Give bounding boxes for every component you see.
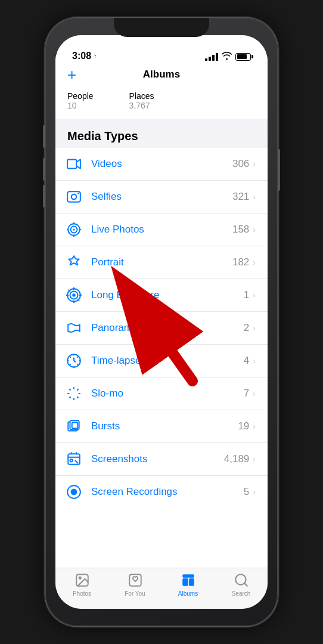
add-album-button[interactable]: + — [67, 67, 76, 82]
status-bar: 3:08 ↑ — [55, 35, 268, 65]
svg-line-55 — [244, 583, 247, 586]
item-count: 4,189 — [224, 453, 250, 465]
phone-screen: 3:08 ↑ — [55, 35, 268, 609]
svg-rect-50 — [129, 574, 141, 586]
places-count: 3,767 — [129, 101, 154, 110]
tab-search[interactable]: Search — [215, 572, 268, 597]
status-icons — [205, 52, 251, 61]
media-type-item-time-lapse[interactable]: Time-lapse 4 › — [55, 345, 268, 377]
foryou-tab-label: For You — [125, 590, 145, 597]
media-type-item-slo-mo[interactable]: Slo-mo 7 › — [55, 377, 268, 410]
item-label: Panoramas — [91, 322, 244, 334]
live-icon — [65, 221, 83, 239]
status-time: 3:08 ↑ — [72, 51, 97, 61]
svg-point-45 — [70, 459, 73, 462]
timelapse-icon — [65, 352, 83, 370]
item-count: 306 — [232, 158, 249, 170]
screenrecording-icon — [65, 483, 83, 501]
svg-point-6 — [73, 228, 74, 230]
photos-tab-label: Photos — [73, 590, 91, 597]
chevron-icon: › — [253, 487, 256, 497]
svg-line-40 — [69, 397, 70, 398]
item-count: 4 — [244, 355, 249, 367]
media-type-item-bursts[interactable]: Bursts 19 › — [55, 410, 268, 443]
item-label: Selfies — [91, 191, 232, 203]
svg-point-2 — [72, 194, 77, 200]
chevron-icon: › — [253, 290, 256, 300]
svg-rect-53 — [182, 574, 194, 577]
item-count: 182 — [232, 256, 249, 268]
wifi-icon — [222, 52, 232, 61]
media-types-list: Videos 306 › Selfies 321 › Live Photos 1… — [55, 148, 268, 568]
section-header: Media Types — [55, 119, 268, 148]
albums-tab-icon — [180, 572, 197, 589]
people-item[interactable]: People 10 — [67, 91, 94, 110]
svg-point-49 — [79, 577, 80, 579]
burst-icon — [65, 417, 83, 435]
people-count: 10 — [67, 101, 94, 110]
portrait-icon — [65, 253, 83, 271]
item-label: Screenshots — [91, 453, 224, 465]
longexposure-icon — [65, 286, 83, 304]
battery-icon — [235, 53, 251, 61]
chevron-icon: › — [253, 323, 256, 333]
time-display: 3:08 — [72, 51, 91, 61]
people-label: People — [67, 91, 94, 101]
places-item[interactable]: Places 3,767 — [129, 91, 154, 110]
media-type-item-panoramas[interactable]: Panoramas 2 › — [55, 312, 268, 345]
item-count: 7 — [244, 388, 249, 400]
media-type-item-selfies[interactable]: Selfies 321 › — [55, 181, 268, 213]
chevron-icon: › — [253, 159, 256, 169]
search-tab-icon — [233, 572, 250, 589]
svg-rect-0 — [67, 159, 76, 168]
chevron-icon: › — [253, 192, 256, 202]
media-type-item-videos[interactable]: Videos 306 › — [55, 148, 268, 181]
media-type-item-long-exposure[interactable]: Long Exposure 1 › — [55, 279, 268, 312]
item-label: Time-lapse — [91, 355, 244, 367]
foryou-tab-icon — [127, 572, 144, 589]
selfie-icon — [65, 188, 83, 206]
tab-bar: Photos For You Albums Search — [55, 568, 268, 609]
media-type-item-portrait[interactable]: Portrait 182 › — [55, 246, 268, 279]
chevron-icon: › — [253, 454, 256, 464]
item-label: Bursts — [91, 420, 238, 432]
tab-foryou[interactable]: For You — [108, 572, 162, 597]
screenshot-icon — [65, 450, 83, 468]
svg-line-28 — [77, 364, 78, 365]
signal-bars — [205, 53, 218, 61]
item-label: Long Exposure — [91, 289, 244, 301]
item-count: 19 — [238, 420, 249, 432]
item-count: 1 — [244, 289, 249, 301]
chevron-icon: › — [253, 356, 256, 366]
chevron-icon: › — [253, 389, 256, 398]
svg-line-29 — [77, 357, 78, 358]
slomo-icon — [65, 385, 83, 402]
chevron-icon: › — [253, 422, 256, 431]
page-title: Albums — [143, 69, 180, 80]
item-count: 2 — [244, 322, 249, 334]
item-count: 158 — [232, 224, 249, 236]
svg-rect-52 — [189, 578, 194, 586]
tab-albums[interactable]: Albums — [162, 572, 215, 597]
video-icon — [65, 155, 83, 173]
svg-point-3 — [77, 193, 79, 194]
svg-line-38 — [77, 397, 78, 398]
media-type-item-screen-recordings[interactable]: Screen Recordings 5 › — [55, 476, 268, 508]
location-icon: ↑ — [94, 52, 97, 60]
photos-tab-icon — [74, 572, 91, 589]
svg-line-39 — [77, 389, 78, 390]
nav-header: + Albums — [55, 65, 268, 88]
chevron-icon: › — [253, 258, 256, 267]
places-label: Places — [129, 91, 154, 101]
svg-line-37 — [69, 389, 70, 390]
item-label: Slo-mo — [91, 388, 244, 400]
item-count: 321 — [232, 191, 249, 203]
item-label: Videos — [91, 158, 232, 170]
albums-tab-label: Albums — [178, 590, 198, 597]
tab-photos[interactable]: Photos — [55, 572, 108, 597]
svg-point-13 — [72, 293, 75, 296]
phone-frame: 3:08 ↑ — [45, 18, 278, 626]
people-places-row: People 10 Places 3,767 — [55, 88, 268, 119]
media-type-item-live-photos[interactable]: Live Photos 158 › — [55, 213, 268, 246]
media-type-item-screenshots[interactable]: Screenshots 4,189 › — [55, 443, 268, 476]
